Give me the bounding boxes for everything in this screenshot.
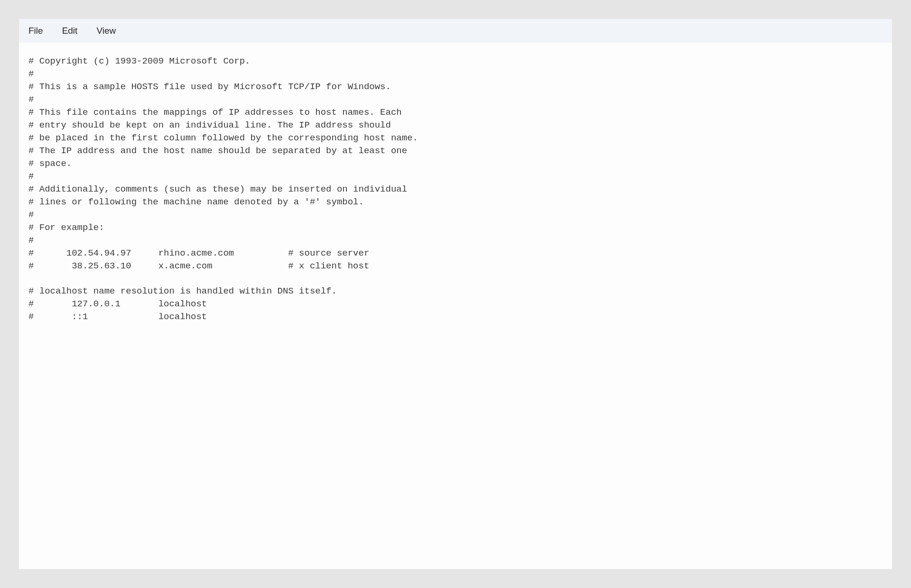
menu-edit[interactable]: Edit <box>53 23 87 39</box>
menu-view[interactable]: View <box>87 23 125 39</box>
notepad-window: File Edit View # Copyright (c) 1993-2009… <box>19 19 892 569</box>
menu-file[interactable]: File <box>24 23 53 39</box>
menu-bar: File Edit View <box>19 19 892 43</box>
text-editor-area[interactable]: # Copyright (c) 1993-2009 Microsoft Corp… <box>19 43 892 569</box>
